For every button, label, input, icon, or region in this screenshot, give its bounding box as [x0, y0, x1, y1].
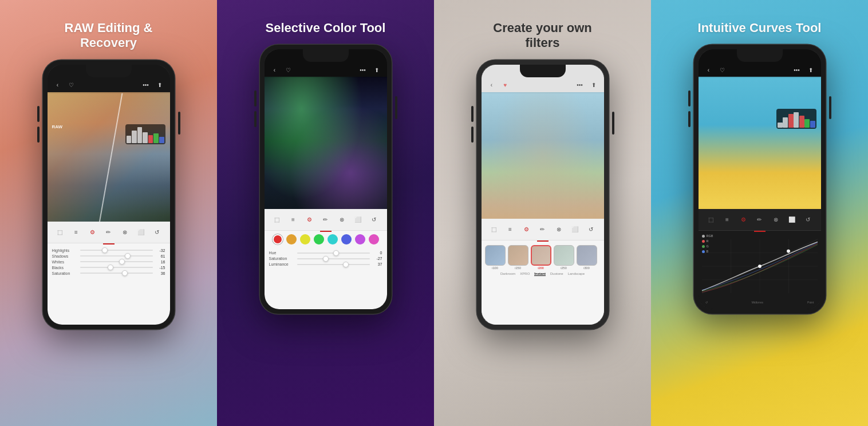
undo-tool-2[interactable]: ↺ — [368, 214, 380, 226]
power-btn-3 — [612, 112, 614, 135]
mask-tool-3[interactable]: ⬜ — [569, 223, 581, 235]
crop-tool-4[interactable]: ⬚ — [705, 214, 717, 226]
swatch-pink[interactable] — [369, 234, 379, 244]
mask-tool-2[interactable]: ⬜ — [352, 214, 364, 226]
tune-tool-4[interactable]: ⚙ — [737, 214, 749, 226]
histogram-curves — [776, 109, 816, 129]
tune-tool-2[interactable]: ⚙ — [303, 214, 315, 226]
curves-svg — [702, 234, 818, 298]
hue-slider[interactable]: Hue 0 — [269, 251, 382, 255]
cat-xpro[interactable]: XPRO — [520, 272, 530, 276]
phone-frame-filters: ‹ ♥ ••• ⬆ Create a new filter — [477, 60, 609, 329]
luminance-value: 37 — [372, 262, 382, 266]
adjust-tool-3[interactable]: ≡ — [504, 223, 516, 235]
share-icon: ⬆ — [155, 81, 164, 90]
phone-frame-selective: ‹ ♡ ••• ⬆ ⬚ ≡ ⚙ ✏ — [260, 45, 392, 314]
panel-filters: Create your ownfilters ‹ ♥ ••• ⬆ — [434, 0, 651, 426]
crop-tool[interactable]: ⬚ — [54, 226, 66, 238]
filter-i200[interactable]: i200 — [531, 245, 551, 270]
swatch-orange[interactable] — [286, 234, 297, 244]
phone-selective: ‹ ♡ ••• ⬆ ⬚ ≡ ⚙ ✏ — [260, 45, 392, 314]
crop-tool-2[interactable]: ⬚ — [271, 214, 283, 226]
curves-labels: RGB R G — [702, 234, 713, 253]
luminance-label: Luminance — [269, 262, 295, 266]
mask-tool[interactable]: ⬜ — [135, 226, 147, 238]
volume-down-btn-2 — [254, 111, 257, 127]
filter-i250-label: i250 — [561, 266, 566, 270]
g-label: G — [707, 244, 709, 248]
undo-tool[interactable]: ↺ — [151, 226, 163, 238]
filter-i300[interactable]: i300 — [577, 245, 597, 270]
crop-tool-3[interactable]: ⬚ — [488, 223, 500, 235]
shadows-label: Shadows — [52, 254, 78, 258]
curves-highlights-label: Point — [807, 301, 814, 304]
filter-i200-label: i200 — [538, 266, 544, 270]
whites-value: 16 — [155, 260, 165, 264]
phone-screen-filters: ‹ ♥ ••• ⬆ Create a new filter — [482, 65, 604, 325]
volume-down-btn-4 — [688, 111, 691, 127]
share-icon-2: ⬆ — [372, 65, 381, 74]
swatch-purple[interactable] — [355, 234, 365, 244]
luminance-slider[interactable]: Luminance 37 — [269, 262, 382, 266]
phone-notch-curves — [737, 49, 783, 62]
cat-duotone[interactable]: Duotone — [550, 272, 563, 276]
filter-tool[interactable]: ⊗ — [119, 226, 131, 238]
phone-notch-selective — [303, 49, 349, 62]
cat-landscape[interactable]: Landscape — [568, 272, 585, 276]
hue-label: Hue — [269, 251, 295, 255]
mask-tool-4[interactable]: ⬜ — [786, 214, 798, 226]
tune-tool[interactable]: ⚙ — [86, 226, 98, 238]
sel-saturation-slider[interactable]: Saturation -27 — [269, 257, 382, 261]
filter-tool-4[interactable]: ⊗ — [770, 214, 782, 226]
raw-badge: RAW — [52, 124, 63, 129]
adjust-tool-4[interactable]: ≡ — [721, 214, 733, 226]
raw-sliders: Highlights -32 Shadows — [48, 244, 170, 279]
filter-i150[interactable]: i150 — [508, 245, 528, 270]
undo-tool-3[interactable]: ↺ — [585, 223, 597, 235]
heart-icon-4: ♡ — [718, 65, 727, 74]
filter-tool-2[interactable]: ⊗ — [336, 214, 348, 226]
panel-filters-title: Create your ownfilters — [482, 21, 603, 51]
filter-i100[interactable]: i100 — [485, 245, 506, 270]
edit-tool-3[interactable]: ✏ — [536, 223, 549, 235]
swatch-cyan[interactable] — [328, 234, 338, 244]
panel-curves-title: Intuitive Curves Tool — [686, 21, 833, 36]
svg-point-7 — [758, 265, 762, 269]
edit-tool-4[interactable]: ✏ — [753, 214, 766, 226]
swatch-red[interactable] — [273, 234, 283, 244]
cat-instant[interactable]: Instant — [534, 272, 546, 276]
whites-slider[interactable]: Whites 16 — [52, 260, 165, 264]
heart-icon-2: ♡ — [284, 65, 293, 74]
edit-tool-2[interactable]: ✏ — [319, 214, 332, 226]
highlights-slider[interactable]: Highlights -32 — [52, 249, 165, 253]
phone-screen-selective: ‹ ♡ ••• ⬆ ⬚ ≡ ⚙ ✏ — [265, 49, 387, 309]
adjust-tool-2[interactable]: ≡ — [287, 214, 299, 226]
tune-tool-3[interactable]: ⚙ — [520, 223, 532, 235]
shadows-slider[interactable]: Shadows 61 — [52, 254, 165, 258]
whites-label: Whites — [52, 260, 78, 264]
volume-down-btn-3 — [471, 127, 474, 143]
histogram-raw — [125, 124, 165, 144]
swatch-blue[interactable] — [341, 234, 352, 244]
shadows-value: 61 — [155, 254, 165, 258]
undo-tool-4[interactable]: ↺ — [802, 214, 814, 226]
saturation-slider[interactable]: Saturation 36 — [52, 271, 165, 275]
volume-up-btn-3 — [471, 106, 474, 122]
filter-i250[interactable]: i250 — [554, 245, 574, 270]
more-icon: ••• — [141, 81, 151, 90]
phone-notch-raw — [86, 65, 132, 77]
power-btn — [178, 112, 180, 135]
filters-toolbar: ⬚ ≡ ⚙ ✏ ⊗ ⬜ ↺ — [482, 219, 604, 240]
adjust-tool[interactable]: ≡ — [70, 226, 82, 238]
filter-tool-3[interactable]: ⊗ — [553, 223, 565, 235]
volume-up-btn-2 — [254, 90, 257, 107]
blacks-slider[interactable]: Blacks -15 — [52, 266, 165, 270]
back-icon-4: ‹ — [704, 65, 713, 74]
phone-notch-filters — [520, 65, 566, 77]
swatch-green[interactable] — [314, 234, 324, 244]
edit-tool[interactable]: ✏ — [102, 226, 115, 238]
panel-raw-title: RAW Editing &Recovery — [53, 21, 164, 51]
filter-i300-label: i300 — [583, 266, 589, 270]
cat-darkroom[interactable]: Darkroom — [500, 272, 515, 276]
swatch-yellow[interactable] — [300, 234, 310, 244]
